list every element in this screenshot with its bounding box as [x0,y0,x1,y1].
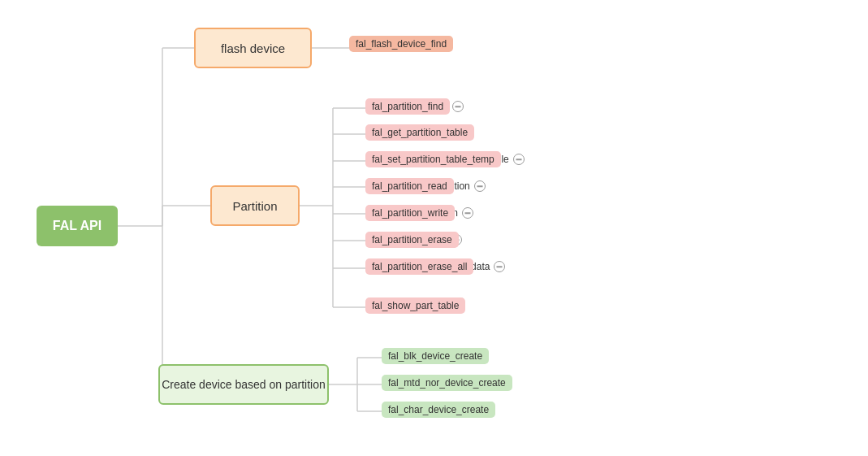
create-row-3-badge: fal_char_device_create [382,402,495,418]
partition-row-1-minus [452,101,464,112]
partition-row-6: Wipe partition data fal_partition_erase [365,234,462,245]
partition-row-7-minus [494,261,505,272]
partition-row-7: Wipe the entire partition data fal_parti… [365,261,505,272]
create-row-1-badge: fal_blk_device_create [382,348,489,364]
create-row-2: Create MTD device fal_mtd_nor_device_cre… [382,377,481,389]
partition-row-1-badge: fal_partition_find [365,98,450,115]
create-device-label: Create device based on partition [162,378,326,391]
create-row-1: Create BLK device fal_blk_device_create [382,350,478,362]
create-row-2-badge: fal_mtd_nor_device_create [382,375,512,391]
partition-row-4: Read data from partition fal_partition_r… [365,180,486,192]
create-device-node: Create device based on partition [158,364,329,405]
flash-device-label: flash device [221,41,285,55]
diagram: FAL API flash device Partition Create de… [0,0,868,456]
find-device-badge: fal_flash_device_find [349,36,453,52]
partition-row-3-badge: fal_set_partition_table_temp [365,151,501,167]
fal-api-label: FAL API [53,219,101,233]
create-row-3: Create CHAR device fal_char_device_creat… [382,404,487,415]
partition-row-6-badge: fal_partition_erase [365,232,459,248]
partition-row-4-badge: fal_partition_read [365,178,454,194]
partition-row-5: Write data to partition fal_partition_wr… [365,207,473,219]
partition-row-3: Temporarily set the partition table fal_… [365,154,525,165]
partition-label: Partition [232,199,277,213]
fal-api-node: FAL API [37,206,118,246]
partition-row-1: Find Flash partition fal_partition_find [365,101,464,112]
find-device-label-row: find device fal_flash_device_find [349,38,411,50]
partition-row-7-badge: fal_partition_erase_all [365,258,473,275]
partition-row-5-minus [462,207,473,219]
partition-row-8: Print partition table fal_show_part_tabl… [365,300,462,311]
partition-row-8-badge: fal_show_part_table [365,297,465,314]
partition-row-5-badge: fal_partition_write [365,205,455,221]
partition-node: Partition [210,185,300,226]
partition-row-4-minus [474,180,486,192]
partition-row-3-minus [513,154,525,165]
partition-row-2-badge: fal_get_partition_table [365,124,474,141]
partition-row-2: Get partition table fal_get_partition_ta… [365,127,458,138]
flash-device-node: flash device [194,28,312,68]
